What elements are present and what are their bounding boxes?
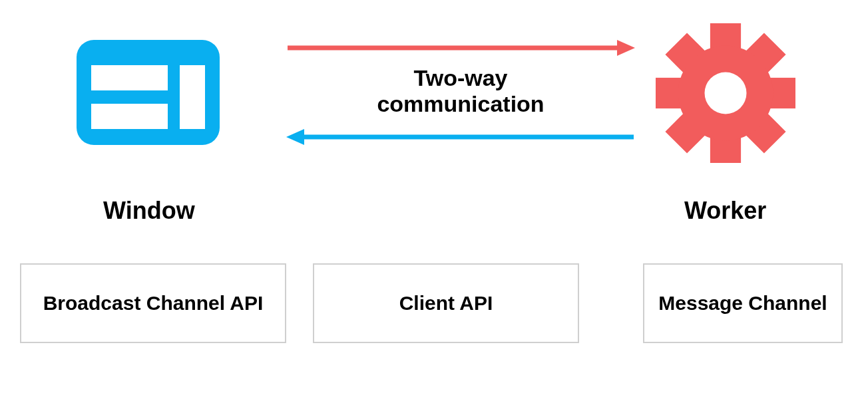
- window-icon: [77, 40, 220, 145]
- arrowhead-right-icon: [617, 40, 635, 56]
- window-pane: [91, 104, 168, 129]
- caption-line: communication: [281, 91, 640, 117]
- window-pane: [180, 65, 205, 129]
- arrowhead-left-icon: [286, 129, 304, 145]
- api-box-row: Broadcast Channel API Client API Message…: [0, 263, 868, 356]
- diagram-canvas: Two-way communication Window Worker Broa…: [0, 0, 868, 395]
- svg-point-9: [705, 72, 747, 114]
- window-pane: [91, 65, 168, 90]
- arrow-caption: Two-way communication: [281, 65, 640, 117]
- api-box-client-api: Client API: [313, 263, 579, 343]
- worker-label: Worker: [684, 197, 766, 225]
- gear-icon: [656, 23, 795, 163]
- caption-line: Two-way: [281, 65, 640, 91]
- api-box-broadcast-channel: Broadcast Channel API: [20, 263, 286, 343]
- window-label: Window: [103, 197, 195, 225]
- api-box-message-channel: Message Channel: [643, 263, 843, 343]
